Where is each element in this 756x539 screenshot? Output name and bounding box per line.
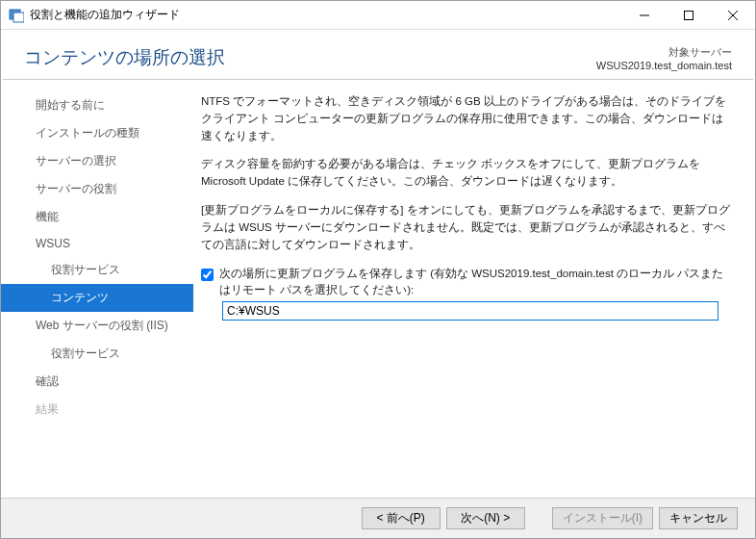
app-icon [9,8,24,23]
svg-rect-1 [13,13,24,22]
window-controls [622,1,755,30]
store-updates-label[interactable]: 次の場所に更新プログラムを保存します (有効な WSUS2019.test_do… [219,266,732,300]
page-title: コンテンツの場所の選択 [24,45,225,70]
wizard-window: 役割と機能の追加ウィザード コンテンツの場所の選択 対象サーバー WSUS201… [0,0,756,539]
sidebar-item-role-services-iis[interactable]: 役割サービス [1,340,193,368]
description-paragraph-2: ディスク容量を節約する必要がある場合は、チェック ボックスをオフにして、更新プロ… [201,156,732,191]
sidebar-item-web-server-role[interactable]: Web サーバーの役割 (IIS) [1,312,193,340]
description-paragraph-1: NTFS でフォーマットされ、空きディスク領域が 6 GB 以上のドライブがある… [201,93,732,144]
sidebar-item-role-services[interactable]: 役割サービス [1,256,193,284]
sidebar-item-content[interactable]: コンテンツ [1,284,193,312]
target-server-name: WSUS2019.test_domain.test [596,60,732,71]
target-server: 対象サーバー WSUS2019.test_domain.test [596,45,732,71]
store-updates-checkbox[interactable] [201,269,214,281]
minimize-button[interactable] [622,1,667,30]
wizard-footer: < 前へ(P) 次へ(N) > インストール(I) キャンセル [1,498,755,538]
sidebar-item-installation-type[interactable]: インストールの種類 [1,119,193,147]
content-path-input[interactable] [222,301,718,321]
store-updates-row: 次の場所に更新プログラムを保存します (有効な WSUS2019.test_do… [201,266,732,300]
sidebar: 開始する前に インストールの種類 サーバーの選択 サーバーの役割 機能 WSUS… [1,80,193,498]
sidebar-item-before-you-begin[interactable]: 開始する前に [1,91,193,119]
previous-button[interactable]: < 前へ(P) [362,507,441,529]
titlebar: 役割と機能の追加ウィザード [1,1,755,30]
main-panel: NTFS でフォーマットされ、空きディスク領域が 6 GB 以上のドライブがある… [193,80,755,498]
sidebar-item-wsus[interactable]: WSUS [1,231,193,256]
maximize-button[interactable] [667,1,711,30]
sidebar-item-results: 結果 [1,396,193,424]
sidebar-item-confirmation[interactable]: 確認 [1,368,193,396]
wizard-header: コンテンツの場所の選択 対象サーバー WSUS2019.test_domain.… [1,30,755,79]
close-button[interactable] [711,1,755,30]
cancel-button[interactable]: キャンセル [659,507,738,529]
svg-rect-3 [685,11,693,19]
description-paragraph-3: [更新プログラムをローカルに保存する] をオンにしても、更新プログラムを承認する… [201,202,732,253]
window-title: 役割と機能の追加ウィザード [30,7,622,23]
target-server-label: 対象サーバー [596,45,732,60]
install-button: インストール(I) [552,507,653,529]
sidebar-item-server-roles[interactable]: サーバーの役割 [1,175,193,203]
sidebar-item-features[interactable]: 機能 [1,203,193,231]
next-button[interactable]: 次へ(N) > [446,507,525,529]
sidebar-item-server-selection[interactable]: サーバーの選択 [1,147,193,175]
wizard-content: 開始する前に インストールの種類 サーバーの選択 サーバーの役割 機能 WSUS… [1,80,755,498]
